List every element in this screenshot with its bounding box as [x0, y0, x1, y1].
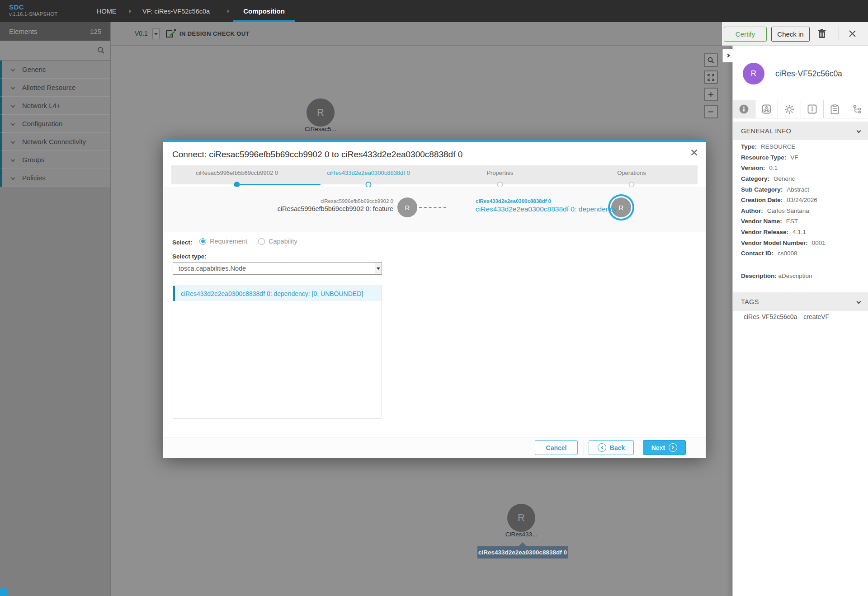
type-dropdown-value: tosca.capabilities.Node [179, 265, 246, 272]
top-header: SDC v.1.16.1-SNAPSHOT HOME VF: ciRes-VF5… [0, 0, 868, 22]
select-label: Select: [172, 239, 192, 246]
category-label: Network Connectivity [22, 138, 86, 145]
section-heading: TAGS [741, 298, 759, 305]
canvas-node-bottom-label: CiRes433... [490, 531, 553, 538]
lifecycle-status: IN DESIGN CHECK OUT [179, 30, 250, 37]
category-label: Configuration [22, 120, 62, 127]
next-button[interactable]: Next [643, 440, 686, 455]
sdc-logo[interactable]: SDC v.1.16.1-SNAPSHOT [9, 3, 57, 17]
trash-icon [818, 29, 826, 38]
clipboard-icon [830, 104, 839, 114]
chevron-down-icon [857, 129, 861, 133]
modal-title: Connect: ciResac5996efb5b69ccb9902 0 to … [172, 150, 462, 160]
breadcrumb-home[interactable]: HOME [97, 0, 117, 22]
info-icon [739, 104, 749, 114]
breadcrumb-vf[interactable]: VF: ciRes-VF52c56c0a [142, 0, 210, 22]
delete-button[interactable] [818, 29, 826, 40]
chevron-down-icon [11, 176, 15, 180]
palette-category-configuration[interactable]: Configuration [0, 115, 110, 133]
palette-category-generic[interactable]: Generic [0, 61, 110, 79]
tab-general-info[interactable] [733, 100, 755, 118]
palette-category-groups[interactable]: Groups [0, 151, 110, 169]
canvas-search-button[interactable] [704, 53, 718, 67]
avatar-initial: R [751, 69, 756, 78]
fit-to-screen-button[interactable] [704, 70, 718, 84]
field-resource-type: Resource Type:VF [741, 152, 863, 163]
canvas-node-bottom[interactable]: R [507, 504, 535, 532]
modal-footer: Cancel Back Next [163, 437, 706, 458]
chevron-right-circle-icon [669, 443, 677, 452]
zoom-in-icon [708, 92, 714, 98]
requirement-list-item-selected[interactable]: ciRes433d2e2ea0300c8838df 0: dependency:… [173, 286, 382, 301]
tab-information-artifacts[interactable] [801, 100, 824, 118]
field-vendor-name: Vendor Name:EST [741, 216, 863, 227]
workspace-toolbar: V0.1 IN DESIGN CHECK OUT [111, 22, 722, 46]
radio-capability-label: Capability [269, 238, 297, 245]
palette-category-policies[interactable]: Policies [0, 169, 110, 187]
panel-collapse-button[interactable] [722, 49, 733, 62]
cancel-button[interactable]: Cancel [535, 440, 578, 455]
general-info-fields: Type:RESOURCE Resource Type:VF Version:0… [741, 141, 863, 259]
tags-header[interactable]: TAGS [733, 292, 868, 311]
info-square-icon [807, 104, 817, 114]
version-label: V0.1 [135, 30, 148, 37]
wizard-step-3: Properties [486, 169, 513, 176]
chevron-right-icon [726, 54, 730, 57]
field-vendor-model-number: Vendor Model Number:0001 [741, 237, 863, 248]
select-type-label: Select type: [172, 253, 207, 260]
checkin-button[interactable]: Check in [771, 27, 810, 42]
dropdown-arrow[interactable] [375, 263, 382, 274]
panel-title: ciRes-VF52c56c0a [775, 69, 842, 79]
info-panel: R ciRes-VF52c56c0a GENERAL INFO [732, 46, 868, 596]
category-label: Policies [22, 174, 46, 182]
field-vendor-release: Vendor Release:4.1.1 [741, 227, 863, 238]
composition-icon [762, 104, 771, 114]
breadcrumb-separator-icon [129, 9, 132, 13]
palette-category-network-l4[interactable]: Network L4+ [0, 97, 110, 115]
field-type: Type:RESOURCE [741, 141, 863, 152]
category-label: Network L4+ [22, 102, 61, 109]
tab-composition-label: Composition [243, 7, 285, 15]
palette-category-allotted-resource[interactable]: Allotted Resource [0, 79, 110, 97]
zoom-out-icon [708, 109, 714, 115]
tab-deployment-artifacts[interactable] [778, 100, 801, 118]
tab-requirements-capabilities[interactable] [846, 100, 868, 118]
wizard-step-4: Operations [617, 169, 646, 176]
palette-category-network-connectivity[interactable]: Network Connectivity [0, 133, 110, 151]
divider [159, 28, 159, 40]
logo-text: SDC [9, 3, 57, 11]
tag-item: ciRes-VF52c56c0a [744, 313, 797, 320]
radio-requirement[interactable]: Requirement [199, 238, 247, 245]
field-creation-date: Creation Date:03/24/2026 [741, 195, 863, 206]
pencil-checkout-icon [165, 28, 177, 39]
requirement-capability-radios: Requirement Capability [199, 238, 297, 245]
modal-close-button[interactable] [691, 149, 698, 157]
tooltip-pointer [519, 542, 527, 546]
tooltip-text: ciRes433d2e2ea0300c8838df 0 [478, 549, 567, 556]
radio-capability[interactable]: Capability [258, 238, 297, 245]
palette-count: 125 [90, 28, 101, 35]
palette-title: Elements [9, 28, 38, 35]
radio-unselected-icon [258, 238, 265, 245]
node-tooltip: ciRes433d2e2ea0300c8838df 0 [477, 546, 568, 558]
field-description: Description: aDescription [741, 272, 812, 279]
app-version: v.1.16.1-SNAPSHOT [9, 11, 57, 17]
tab-api-artifacts[interactable] [824, 100, 846, 118]
zoom-in-button[interactable] [704, 88, 718, 101]
certify-button[interactable]: Certify [724, 27, 767, 42]
canvas-node-top[interactable]: R [307, 99, 335, 127]
type-dropdown[interactable]: tosca.capabilities.Node [173, 262, 382, 275]
node-initial: R [317, 107, 324, 118]
divider [584, 439, 584, 456]
tab-composition[interactable]: Composition [233, 0, 295, 22]
back-button[interactable]: Back [589, 440, 634, 455]
close-icon [849, 30, 856, 38]
node-initial: R [518, 512, 525, 524]
close-workspace-button[interactable] [849, 30, 856, 39]
general-info-header[interactable]: GENERAL INFO [733, 122, 868, 140]
tab-composition-view[interactable] [755, 100, 778, 118]
palette-search-input[interactable] [0, 41, 110, 60]
zoom-out-button[interactable] [704, 105, 718, 118]
from-node-name: ciResac5996efb5b69ccb9902 0 [278, 198, 393, 204]
caret-down-icon [377, 267, 380, 270]
